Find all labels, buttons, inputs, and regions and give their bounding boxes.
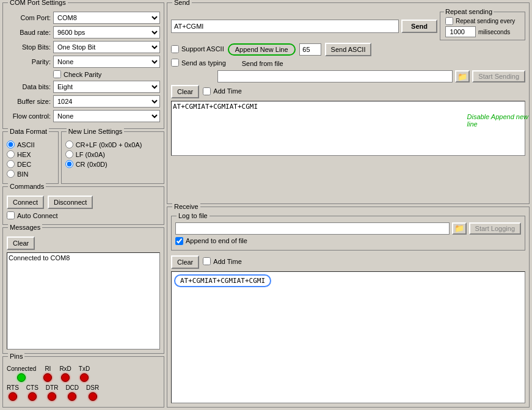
dcd-label: DCD (65, 384, 79, 391)
repeat-sending-title: Repeat sending (444, 8, 494, 15)
flow-control-label: Flow control: (7, 112, 51, 120)
connect-button[interactable]: Connect (7, 196, 44, 209)
txd-label: TxD (79, 365, 90, 372)
repeat-label: Repeat sending every (456, 18, 515, 24)
messages-clear-button[interactable]: Clear (7, 236, 35, 250)
receive-text-area: AT+CGMIAT+CGMIAT+CGMI (171, 271, 525, 404)
ri-label: RI (45, 365, 51, 372)
dsr-label: DSR (86, 384, 99, 391)
parity-select[interactable]: None (53, 56, 160, 68)
rts-label: RTS (7, 384, 19, 391)
send-title: Send (172, 0, 192, 6)
cr-label: CR (0x0D) (76, 161, 107, 168)
stop-bits-label: Stop Bits: (7, 43, 51, 51)
pins-title: Pins (8, 353, 24, 360)
crlf-label: CR+LF (0x0D + 0x0A) (76, 141, 142, 148)
rts-led (9, 392, 17, 401)
browse-button[interactable]: 📁 (455, 70, 470, 82)
commands-group: Commands Connect Disconnect Auto Connect (2, 186, 164, 225)
new-line-group: New Line Settings CR+LF (0x0D + 0x0A) LF… (61, 131, 164, 184)
start-logging-button[interactable]: Start Logging (469, 222, 521, 235)
data-bits-select[interactable]: Eight (53, 81, 160, 93)
auto-connect-label: Auto Connect (17, 212, 58, 219)
repeat-checkbox[interactable] (445, 17, 453, 25)
ms-label: miliseconds (478, 29, 510, 35)
messages-content: Connected to COM8 (9, 254, 158, 262)
append-to-file-label: Append to end of file (186, 237, 247, 244)
append-new-line-button[interactable]: Append New Line (228, 43, 296, 56)
dec-label: DEC (17, 161, 31, 168)
log-browse-button[interactable]: 📁 (452, 222, 467, 235)
receive-clear-button[interactable]: Clear (171, 255, 199, 269)
dec-radio[interactable] (7, 160, 15, 168)
lf-radio[interactable] (65, 150, 73, 158)
add-time-receive-label: Add Time (213, 258, 241, 265)
receive-title: Receive (172, 203, 200, 210)
txd-led (80, 373, 89, 382)
crlf-radio[interactable] (65, 141, 73, 148)
start-sending-button[interactable]: Start Sending (472, 70, 525, 82)
data-format-title: Data Format (8, 128, 49, 135)
send-as-typing-label: Send as typing (181, 59, 226, 67)
log-to-file-title: Log to file (177, 212, 210, 219)
command-input[interactable] (171, 20, 399, 33)
new-line-title: New Line Settings (67, 128, 125, 135)
ri-led (43, 373, 52, 382)
bin-radio[interactable] (7, 170, 15, 178)
ascii-value-input[interactable] (299, 43, 321, 56)
cr-radio[interactable] (65, 160, 73, 168)
send-from-file-label: Send from file (242, 60, 283, 67)
add-time-send-label: Add Time (213, 87, 241, 95)
ascii-label: ASCII (17, 141, 35, 148)
data-bits-label: Data bits: (7, 83, 51, 90)
data-format-group: Data Format ASCII HEX DEC BIN (2, 131, 59, 184)
send-clear-button[interactable]: Clear (171, 85, 199, 98)
pins-group: Pins Connected RI RxD TxD (2, 356, 164, 408)
check-parity-label: Check Parity (64, 71, 101, 78)
dtr-led (48, 392, 56, 401)
parity-label: Parity: (7, 58, 51, 65)
com-port-select[interactable]: COM8 (53, 12, 160, 24)
rxd-label: RxD (59, 365, 71, 372)
send-ascii-button[interactable]: Send ASCII (325, 43, 372, 56)
send-button[interactable]: Send (401, 20, 437, 33)
send-text-area: AT+CGMIAT+CGMIAT+CGMI (171, 101, 525, 156)
auto-connect-checkbox[interactable] (7, 211, 15, 219)
support-ascii-label: Support ASCII (181, 45, 224, 53)
buffer-size-label: Buffer size: (7, 98, 51, 105)
bin-label: BIN (17, 170, 28, 178)
connected-label: Connected (7, 365, 36, 372)
dtr-label: DTR (46, 384, 59, 391)
baud-rate-label: Baud rate: (7, 29, 51, 36)
receive-group: Receive Log to file 📁 Start Logging Appe… (167, 207, 530, 408)
messages-group: Messages Clear Connected to COM8 (2, 227, 164, 354)
append-to-file-checkbox[interactable] (175, 237, 183, 245)
dsr-led (89, 392, 97, 401)
repeat-interval-input[interactable]: 1000 (445, 26, 476, 37)
hex-radio[interactable] (7, 150, 15, 158)
cts-label: CTS (26, 384, 38, 391)
add-time-send-checkbox[interactable] (203, 87, 211, 95)
lf-label: LF (0x0A) (76, 151, 105, 158)
flow-control-select[interactable]: None (53, 110, 160, 122)
com-port-label: Com Port: (7, 14, 51, 21)
disconnect-button[interactable]: Disconnect (48, 196, 93, 209)
rxd-led (61, 373, 70, 382)
ascii-radio[interactable] (7, 141, 15, 148)
log-to-file-box: Log to file 📁 Start Logging Append to en… (171, 216, 525, 251)
connected-led (17, 373, 26, 382)
log-file-input[interactable] (175, 222, 450, 235)
send-group: Send Send Repeat sending Repeat sending … (167, 2, 530, 204)
send-file-input[interactable] (217, 70, 453, 82)
send-as-typing-checkbox[interactable] (171, 59, 179, 67)
check-parity-checkbox[interactable] (53, 70, 61, 78)
stop-bits-select[interactable]: One Stop Bit (53, 41, 160, 53)
dcd-led (68, 392, 76, 401)
support-ascii-checkbox[interactable] (171, 45, 179, 53)
baud-rate-select[interactable]: 9600 bps (53, 26, 160, 38)
messages-title: Messages (8, 224, 42, 231)
add-time-receive-checkbox[interactable] (203, 257, 211, 265)
cts-led (28, 392, 37, 401)
com-port-title: COM Port Settings (8, 0, 68, 6)
buffer-size-select[interactable]: 1024 (53, 95, 160, 108)
